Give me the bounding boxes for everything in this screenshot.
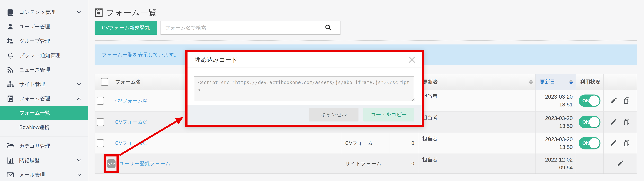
chevron-down-icon — [77, 11, 81, 14]
chart-icon — [6, 157, 14, 164]
header-usage: 利用状況 — [576, 74, 604, 90]
modal-footer: キャンセル コードをコピー — [188, 105, 422, 124]
row-checkbox[interactable] — [97, 118, 104, 126]
sidebar-item-contents[interactable]: コンテンツ管理 — [0, 5, 88, 20]
updater-cell: 担当者 — [418, 154, 536, 174]
form-list-icon — [94, 8, 103, 17]
sort-arrows-updated-at[interactable] — [570, 79, 573, 84]
edit-icon[interactable] — [616, 160, 624, 168]
copy-icon[interactable] — [623, 140, 630, 147]
embed-code-icon[interactable]: </> — [107, 160, 116, 168]
chevron-down-icon — [77, 174, 81, 176]
updater-cell: 担当者 — [418, 133, 536, 154]
toolbar: CVフォーム新規登録 — [94, 21, 340, 35]
usage-toggle-on[interactable]: ON — [579, 137, 600, 150]
sidebar-item-news[interactable]: ニュース管理 — [0, 62, 88, 77]
table-row: </> ユーザー登録フォーム サイトフォーム 0 担当者 2022-12-020… — [95, 154, 637, 174]
folder-icon — [6, 142, 14, 150]
sidebar-item-label: ユーザー管理 — [19, 23, 50, 30]
sidebar-item-forms[interactable]: フォーム管理 — [0, 92, 88, 106]
page-title-text: フォーム一覧 — [106, 7, 157, 18]
header-updater[interactable]: 更新者 — [418, 74, 536, 90]
updater-cell: 担当者 — [418, 112, 536, 132]
select-all-cell — [95, 74, 111, 90]
usage-empty-cell — [576, 154, 604, 174]
sidebar-item-groups[interactable]: グループ管理 — [0, 34, 88, 48]
copy-icon[interactable] — [623, 118, 630, 126]
toggle-knob — [589, 138, 600, 148]
sidebar-item-site[interactable]: サイト管理 — [0, 77, 88, 92]
updated-at-cell: 2023-03-2013:50 — [535, 133, 576, 154]
sidebar-item-form-list[interactable]: フォーム一覧 — [0, 106, 88, 120]
header-actions — [604, 74, 637, 90]
sidebar-item-categories[interactable]: カテゴリ管理 — [0, 139, 88, 153]
row-checkbox[interactable] — [97, 97, 104, 105]
sidebar-item-label: サイト管理 — [19, 81, 45, 88]
sidebar-item-label: グループ管理 — [19, 38, 50, 44]
close-icon[interactable] — [408, 56, 416, 64]
sitemap-icon — [6, 80, 14, 88]
chevron-down-icon — [77, 83, 81, 85]
toolbar-divider — [94, 40, 637, 40]
sidebar-divider — [0, 136, 88, 137]
updated-at-cell: 2023-03-2013:51 — [535, 90, 576, 111]
toggle-knob — [589, 96, 600, 106]
sidebar-item-label: メール管理 — [19, 171, 45, 178]
search-box — [160, 21, 340, 35]
copy-icon[interactable] — [623, 97, 630, 104]
form-name-cell-with-embed: </> ユーザー登録フォーム — [95, 154, 341, 174]
modal-header: 埋め込みコード — [188, 52, 422, 68]
updater-cell: 担当者 — [418, 90, 536, 111]
search-button[interactable] — [316, 21, 340, 35]
new-cv-form-button[interactable]: CVフォーム新規登録 — [94, 21, 157, 35]
sidebar-item-label: BowNow連携 — [19, 124, 50, 131]
modal-body: <script src="https://dev.actibookone.com… — [188, 68, 422, 105]
sort-arrows-updater[interactable] — [529, 79, 533, 84]
users-icon — [6, 37, 14, 45]
edit-icon[interactable] — [610, 140, 617, 147]
copy-code-button[interactable]: コードをコピー — [364, 108, 414, 122]
mail-icon — [6, 171, 14, 178]
usage-toggle-on[interactable]: ON — [579, 116, 600, 128]
sidebar-item-users[interactable]: ユーザー管理 — [0, 20, 88, 34]
chevron-down-icon — [77, 159, 81, 162]
search-icon — [325, 24, 332, 32]
info-bar-message: フォーム一覧を表示しています。 — [102, 51, 179, 58]
page-title: フォーム一覧 — [94, 7, 157, 18]
sidebar-item-label: カテゴリ管理 — [19, 142, 50, 150]
sidebar-item-history[interactable]: 閲覧履歴 — [0, 153, 88, 168]
form-name-link[interactable]: ユーザー登録フォーム — [116, 160, 170, 167]
bell-icon — [6, 52, 14, 59]
sidebar-item-label: 閲覧履歴 — [19, 157, 40, 164]
table-row: CVフォーム③ CVフォーム 0 担当者 2023-03-2013:50 ON — [95, 132, 637, 154]
chevron-up-icon — [77, 98, 81, 100]
book-icon — [6, 8, 14, 16]
sidebar-item-label: フォーム管理 — [19, 95, 50, 102]
usage-toggle-on[interactable]: ON — [579, 94, 600, 107]
modal-title: 埋め込みコード — [195, 56, 238, 64]
embed-code-field[interactable]: <script src="https://dev.actibookone.com… — [194, 76, 414, 101]
sidebar-nav: コンテンツ管理 ユーザー管理 グループ管理 プッシュ通知管理 ニュ — [0, 0, 88, 181]
sidebar-item-label: コンテンツ管理 — [19, 9, 56, 16]
sidebar: コンテンツ管理 ユーザー管理 グループ管理 プッシュ通知管理 ニュ — [0, 0, 88, 181]
edit-icon[interactable] — [610, 118, 617, 126]
edit-icon[interactable] — [610, 97, 617, 104]
select-all-checkbox[interactable] — [101, 78, 108, 86]
rss-icon — [6, 66, 14, 74]
header-updated-at[interactable]: 更新日 — [535, 74, 576, 90]
user-icon — [6, 23, 14, 30]
sidebar-item-label: フォーム一覧 — [19, 110, 50, 116]
sidebar-item-mail[interactable]: メール管理 — [0, 168, 88, 181]
sidebar-item-push[interactable]: プッシュ通知管理 — [0, 48, 88, 62]
row-checkbox[interactable] — [97, 139, 104, 147]
updated-at-cell: 2022-12-0209:54 — [535, 154, 576, 174]
search-input[interactable] — [160, 21, 316, 35]
sidebar-item-label: プッシュ通知管理 — [19, 52, 60, 59]
sidebar-item-bownow[interactable]: BowNow連携 — [0, 120, 88, 134]
toggle-knob — [589, 117, 600, 127]
updated-at-cell: 2023-03-2013:50 — [535, 112, 576, 132]
form-icon — [6, 95, 14, 102]
form-name-link[interactable]: CVフォーム③ — [111, 133, 341, 154]
cancel-button[interactable]: キャンセル — [309, 108, 358, 122]
sidebar-item-label: ニュース管理 — [19, 66, 50, 73]
